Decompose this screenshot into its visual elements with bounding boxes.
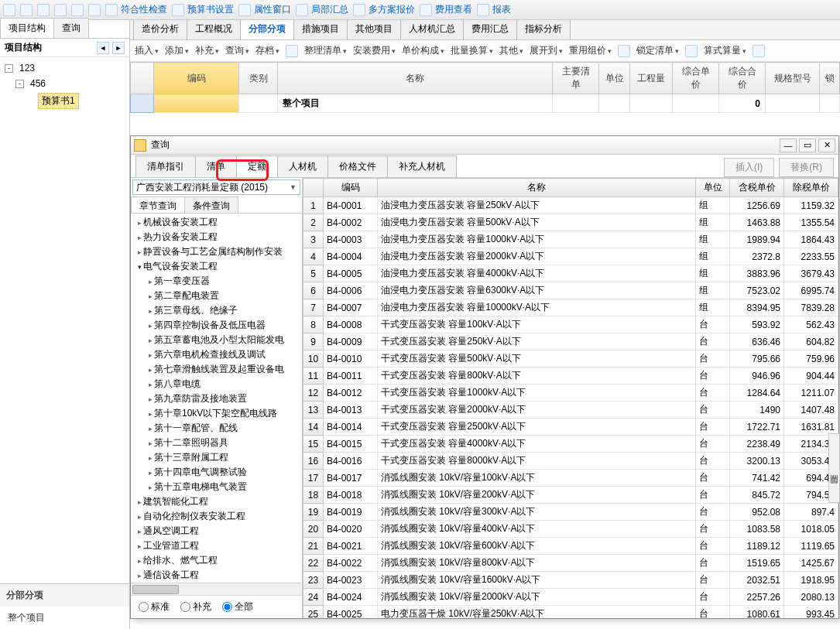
tool-item[interactable]: 安装费用 ▾ (353, 44, 396, 57)
toolbar-icon[interactable] (3, 4, 15, 16)
left-arrow-button[interactable]: ◄ (97, 42, 109, 54)
chapter-node[interactable]: ▸第十二章照明器具 (132, 436, 300, 450)
col-header[interactable]: 规格型号 (766, 63, 820, 94)
total-price-cell[interactable]: 0 (719, 94, 766, 113)
tool-item[interactable]: 插入 ▾ (135, 44, 159, 57)
chapter-node[interactable]: ▸通风空调工程 (132, 524, 300, 538)
tool-icon[interactable] (286, 45, 298, 57)
project-tree-item[interactable]: -123 (2, 60, 128, 76)
lock-cell[interactable] (820, 94, 840, 113)
tab-chapter-query[interactable]: 章节查询 (131, 197, 185, 213)
toolbar-cost-view[interactable]: 费用查看 (420, 3, 472, 16)
tool-icon[interactable] (618, 45, 630, 57)
chapter-node[interactable]: ▸第八章电缆 (132, 377, 300, 391)
query-tab[interactable]: 人材机 (277, 156, 328, 177)
q-row[interactable]: 12B4-0012干式变压器安装 容量1000kV·A以下台1284.64121… (303, 385, 838, 402)
tool-item[interactable]: 单价构成 ▾ (402, 44, 444, 57)
col-header[interactable]: 主要清单 (553, 63, 599, 94)
chapter-node[interactable]: ▸机械设备安装工程 (132, 215, 300, 230)
col-header[interactable]: 综合单价 (673, 63, 719, 94)
chapter-node[interactable]: ▸第十章10kV以下架空配电线路 (132, 406, 300, 421)
chapter-node[interactable]: ▸第三章母线、绝缘子 (132, 303, 300, 318)
chapter-node[interactable]: ▸第四章控制设备及低压电器 (132, 318, 300, 333)
query-tab[interactable]: 清单指引 (135, 156, 196, 177)
query-tab[interactable]: 清单 (195, 156, 237, 177)
toolbar-icon[interactable] (37, 4, 50, 16)
q-row[interactable]: 15B4-0015干式变压器安装 容量4000kV·A以下台2238.49213… (303, 436, 838, 453)
toolbar-multi-quote[interactable]: 多方案报价 (353, 3, 415, 16)
tool-item[interactable]: 算式算量 ▾ (704, 44, 746, 57)
chapter-node[interactable]: ▾电气设备安装工程 (132, 259, 300, 274)
q-row[interactable]: 20B4-0020消弧线圈安装 10kV/容量400kV·A以下台1083.58… (303, 521, 838, 538)
query-window-titlebar[interactable]: 查询 — ▭ ✕ (131, 136, 838, 155)
tab-project-structure[interactable]: 项目结构 (0, 18, 54, 38)
q-row[interactable]: 21B4-0021消弧线圈安装 10kV/容量600kV·A以下台1189.12… (303, 538, 838, 555)
toolbar-report[interactable]: 报表 (477, 3, 511, 16)
right-edge-tab[interactable]: 图替 (828, 433, 840, 503)
section-subitems[interactable]: 分部分项 (0, 583, 129, 607)
q-row[interactable]: 17B4-0017消弧线圈安装 10kV/容量100kV·A以下台741.426… (303, 470, 838, 487)
chapter-node[interactable]: ▸第二章配电装置 (132, 289, 300, 303)
rp-tab[interactable]: 分部分项 (240, 20, 294, 39)
chapter-node[interactable]: ▸第一章变压器 (132, 274, 300, 289)
filter-radio[interactable]: 全部 (222, 600, 253, 614)
q-col-header[interactable]: 除税单价 (784, 179, 838, 197)
col-header[interactable]: 工程量 (630, 63, 673, 94)
q-row[interactable]: 7B4-0007油浸电力变压器安装 容量10000kV·A以下组8394.957… (303, 299, 838, 316)
chapter-node[interactable]: ▸第七章滑触线装置及起重设备电 (132, 362, 300, 377)
rp-tab[interactable]: 费用汇总 (463, 20, 517, 39)
q-row[interactable]: 25B4-0025电力变压器干燥 10kV/容量250kV·A以下台1080.6… (303, 606, 838, 619)
maximize-button[interactable]: ▭ (799, 138, 816, 152)
q-row[interactable]: 18B4-0018消弧线圈安装 10kV/容量200kV·A以下台845.727… (303, 487, 838, 504)
chapter-node[interactable]: ▸给排水、燃气工程 (132, 553, 300, 568)
q-row[interactable]: 1B4-0001油浸电力变压器安装 容量250kV·A以下组1256.69115… (303, 197, 838, 214)
chapter-node[interactable]: ▸热力设备安装工程 (132, 230, 300, 244)
project-tree-item[interactable]: -456 (2, 76, 128, 91)
minimize-button[interactable]: — (780, 138, 797, 152)
q-row[interactable]: 11B4-0011干式变压器安装 容量800kV·A以下台946.96904.4… (303, 367, 838, 385)
col-header[interactable] (131, 63, 154, 94)
tool-icon[interactable] (753, 45, 765, 57)
chapter-node[interactable]: ▸自动化控制仪表安装工程 (132, 509, 300, 524)
unit-price-cell[interactable] (673, 94, 719, 113)
project-tree-item[interactable]: 预算书1 (2, 91, 128, 111)
query-tab[interactable]: 补充人材机 (387, 156, 457, 177)
tab-query[interactable]: 查询 (53, 18, 89, 38)
q-col-header[interactable]: 单位 (696, 179, 730, 197)
tool-item[interactable]: 其他 ▾ (499, 44, 523, 57)
chapter-node[interactable]: ▸第十一章配管、配线 (132, 421, 300, 436)
toolbar-budget-settings[interactable]: 预算书设置 (172, 3, 234, 16)
chapter-node[interactable]: ▸第十五章电梯电气装置 (132, 480, 300, 494)
toolbar-icon[interactable] (71, 4, 84, 16)
q-row[interactable]: 4B4-0004油浸电力变压器安装 容量2000kV·A以下组2372.8223… (303, 248, 838, 265)
name-cell[interactable]: 整个项目 (278, 94, 553, 113)
q-row[interactable]: 23B4-0023消弧线圈安装 10kV/容量1600kV·A以下台2032.5… (303, 572, 838, 589)
tool-icon[interactable] (685, 45, 698, 57)
main-list-cell[interactable] (553, 94, 599, 113)
rp-tab[interactable]: 指标分析 (516, 20, 571, 39)
chapter-node[interactable]: ▸第六章电机检查接线及调试 (132, 347, 300, 362)
whole-project-item[interactable]: 整个项目 (0, 607, 129, 629)
row-handle[interactable] (131, 94, 154, 113)
q-row[interactable]: 9B4-0009干式变压器安装 容量250kV·A以下台636.46604.82 (303, 333, 838, 350)
query-tab[interactable]: 价格文件 (327, 156, 388, 177)
toolbar-compliance[interactable]: 符合性检查 (105, 3, 167, 16)
tool-item[interactable]: 添加 ▾ (165, 44, 189, 57)
chapter-node[interactable]: ▸第五章蓄电池及小型太阳能发电 (132, 333, 300, 347)
rp-tab[interactable]: 措施项目 (293, 20, 348, 39)
right-arrow-button[interactable]: ► (112, 42, 125, 54)
btnReplace[interactable]: 替换(R) (779, 158, 834, 177)
chapter-node[interactable]: ▸静置设备与工艺金属结构制作安装 (132, 244, 300, 259)
query-tab[interactable]: 定额 (236, 156, 278, 177)
spec-cell[interactable] (766, 94, 820, 113)
q-row[interactable]: 5B4-0005油浸电力变压器安装 容量4000kV·A以下组3883.9636… (303, 265, 838, 282)
q-col-header[interactable]: 编码 (324, 179, 378, 197)
tool-item[interactable]: 锁定清单 ▾ (636, 44, 679, 57)
horizontal-scrollbar[interactable] (131, 583, 302, 595)
rp-tab[interactable]: 其他项目 (347, 20, 401, 39)
chapter-node[interactable]: ▸第十三章附属工程 (132, 450, 300, 465)
toolbar-property-window[interactable]: 属性窗口 (238, 3, 291, 16)
col-header[interactable]: 编码 (154, 63, 239, 94)
tab-condition-query[interactable]: 条件查询 (184, 197, 238, 213)
q-row[interactable]: 6B4-0006油浸电力变压器安装 容量6300kV·A以下组7523.0269… (303, 282, 838, 299)
